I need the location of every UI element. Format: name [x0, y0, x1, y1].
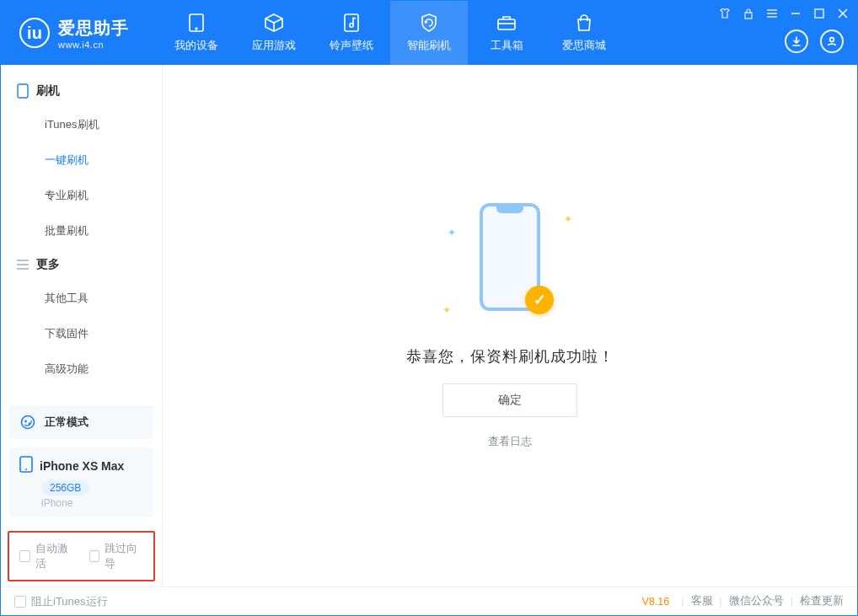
spark-icon: ✦ — [448, 227, 456, 235]
sidebar-group-title: 刷机 — [36, 83, 60, 99]
svg-rect-8 — [745, 13, 752, 19]
skip-guide-checkbox[interactable]: 跳过向导 — [89, 541, 144, 571]
nav-store[interactable]: 爱思商城 — [545, 1, 623, 65]
checkbox-icon — [89, 550, 100, 562]
status-bar: 阻止iTunes运行 V8.16 | 客服 | 微信公众号 | 检查更新 — [1, 587, 857, 615]
nav-label: 智能刷机 — [407, 38, 451, 53]
nav-ringtones[interactable]: 铃声壁纸 — [313, 1, 390, 65]
device-icon — [185, 13, 208, 33]
sidebar-item-batch-flash[interactable]: 批量刷机 — [1, 213, 162, 249]
svg-rect-13 — [815, 9, 823, 18]
success-illustration: ✦ ✦ ✦ ✓ — [442, 203, 577, 329]
sidebar-item-download-firmware[interactable]: 下载固件 — [1, 316, 162, 351]
nav-my-device[interactable]: 我的设备 — [158, 1, 235, 65]
spark-icon: ✦ — [442, 304, 451, 313]
close-button[interactable] — [837, 8, 849, 19]
normal-mode-icon — [19, 414, 36, 431]
check-update-link[interactable]: 检查更新 — [800, 594, 844, 608]
check-badge-icon: ✓ — [525, 286, 554, 314]
cube-icon — [262, 13, 286, 33]
mode-card[interactable]: 正常模式 — [9, 405, 153, 439]
success-message: 恭喜您，保资料刷机成功啦！ — [406, 346, 614, 367]
list-icon — [16, 258, 29, 271]
device-card[interactable]: iPhone XS Max 256GB iPhone — [9, 447, 153, 517]
top-nav: 我的设备 应用游戏 铃声壁纸 智能刷机 — [158, 1, 623, 65]
toolbox-icon — [495, 13, 518, 33]
svg-rect-17 — [18, 84, 28, 98]
mode-label: 正常模式 — [45, 415, 88, 430]
titlebar: iu 爱思助手 www.i4.cn 我的设备 应用游戏 — [1, 1, 857, 65]
nav-label: 铃声壁纸 — [330, 38, 373, 53]
bag-icon — [572, 13, 596, 33]
skip-guide-label: 跳过向导 — [105, 541, 143, 571]
device-type: iPhone — [41, 497, 143, 509]
refresh-shield-icon — [417, 13, 441, 33]
sidebar-group-flash: 刷机 — [1, 75, 162, 107]
block-itunes-checkbox[interactable]: 阻止iTunes运行 — [14, 594, 108, 609]
nav-label: 爱思商城 — [562, 38, 606, 53]
logo-icon: iu — [19, 18, 50, 48]
sidebar-item-oneclick-flash[interactable]: 一键刷机 — [1, 142, 162, 178]
flash-options-row: 自动激活 跳过向导 — [8, 531, 155, 581]
account-button[interactable] — [820, 29, 844, 53]
lock-icon[interactable] — [743, 8, 754, 19]
nav-toolbox[interactable]: 工具箱 — [468, 1, 545, 65]
auto-activate-checkbox[interactable]: 自动激活 — [19, 541, 74, 571]
main-panel: ✦ ✦ ✦ ✓ 恭喜您，保资料刷机成功啦！ 确定 查看日志 — [163, 65, 857, 587]
logo[interactable]: iu 爱思助手 www.i4.cn — [1, 1, 144, 65]
menu-icon[interactable] — [766, 8, 778, 19]
sidebar-item-advanced[interactable]: 高级功能 — [1, 351, 162, 387]
maximize-button[interactable] — [813, 8, 825, 19]
brand-site: www.i4.cn — [58, 40, 129, 50]
sidebar: 刷机 iTunes刷机 一键刷机 专业刷机 批量刷机 更多 其他工具 下载固件 … — [1, 65, 163, 587]
app-window: iu 爱思助手 www.i4.cn 我的设备 应用游戏 — [0, 0, 858, 616]
sidebar-item-pro-flash[interactable]: 专业刷机 — [1, 178, 162, 213]
svg-point-22 — [24, 420, 27, 423]
wechat-link[interactable]: 微信公众号 — [729, 594, 784, 608]
nav-label: 我的设备 — [174, 38, 218, 53]
sidebar-item-other-tools[interactable]: 其他工具 — [1, 281, 162, 316]
svg-point-5 — [350, 24, 353, 27]
shirt-icon[interactable] — [719, 8, 731, 19]
view-log-link[interactable]: 查看日志 — [488, 434, 532, 449]
nav-label: 工具箱 — [491, 38, 523, 53]
svg-point-16 — [830, 38, 834, 42]
sidebar-group-more: 更多 — [1, 249, 162, 281]
nav-apps[interactable]: 应用游戏 — [235, 1, 313, 65]
sidebar-group-title: 更多 — [36, 257, 60, 272]
checkbox-icon — [19, 550, 30, 562]
window-controls — [719, 8, 849, 19]
phone-icon — [16, 84, 29, 98]
device-name: iPhone XS Max — [40, 459, 124, 473]
spark-icon: ✦ — [564, 213, 572, 222]
ok-button[interactable]: 确定 — [442, 383, 577, 417]
sidebar-item-itunes-flash[interactable]: iTunes刷机 — [1, 107, 162, 142]
device-phone-icon — [19, 456, 33, 475]
nav-flash[interactable]: 智能刷机 — [390, 1, 468, 65]
version-label: V8.16 — [642, 596, 670, 608]
auto-activate-label: 自动激活 — [35, 541, 74, 571]
checkbox-icon — [14, 596, 26, 608]
music-icon — [340, 13, 363, 33]
download-button[interactable] — [785, 29, 808, 53]
minimize-button[interactable] — [790, 8, 802, 19]
device-storage-badge: 256GB — [41, 480, 89, 495]
svg-point-21 — [22, 416, 35, 429]
nav-label: 应用游戏 — [252, 38, 296, 53]
block-itunes-label: 阻止iTunes运行 — [31, 594, 108, 609]
brand-name: 爱思助手 — [58, 17, 129, 40]
svg-point-1 — [196, 28, 197, 29]
svg-point-25 — [25, 469, 27, 470]
svg-rect-6 — [498, 19, 515, 29]
support-link[interactable]: 客服 — [691, 594, 713, 608]
